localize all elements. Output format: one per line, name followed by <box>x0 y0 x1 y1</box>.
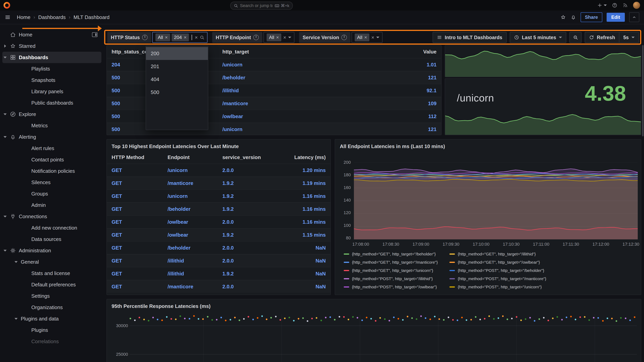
info-icon[interactable] <box>342 35 347 40</box>
edit-button[interactable]: Edit <box>606 13 625 22</box>
chevron-down-icon[interactable] <box>376 37 379 38</box>
sidebar-item[interactable]: Settings <box>2 290 102 302</box>
alerts-button[interactable] <box>570 14 576 20</box>
chip-remove-icon[interactable] <box>364 35 367 40</box>
sidebar-item[interactable]: Organizations <box>2 302 102 313</box>
chevron-down-icon[interactable] <box>288 37 291 38</box>
cell-version[interactable]: 1.9.2 <box>222 232 280 238</box>
filter-chip[interactable]: 204 <box>172 34 189 41</box>
chip-remove-icon[interactable] <box>184 35 186 40</box>
chevron-icon[interactable] <box>3 112 7 116</box>
clear-icon[interactable] <box>371 35 374 40</box>
sidebar-item[interactable]: Stats and license <box>2 268 102 279</box>
clear-icon[interactable] <box>195 35 198 40</box>
sidebar-item[interactable]: Correlations <box>2 336 102 347</box>
cell-method[interactable]: GET <box>112 271 168 277</box>
cell-version[interactable]: 2.0.0 <box>222 219 280 225</box>
sidebar-item[interactable]: General <box>2 256 102 268</box>
grafana-logo-icon[interactable] <box>4 2 10 9</box>
cell-endpoint[interactable]: /beholder <box>168 206 222 212</box>
clear-icon[interactable] <box>283 35 286 40</box>
column-header[interactable]: http_target <box>222 49 394 55</box>
cell-method[interactable]: GET <box>112 245 168 251</box>
breadcrumb-home[interactable]: Home <box>17 14 30 20</box>
panel-title[interactable]: 95th Percentile Response Latencies (ms) <box>107 299 641 311</box>
sidebar-item[interactable]: Notification policies <box>2 165 102 177</box>
sidebar-item[interactable]: Library panels <box>2 86 102 97</box>
legend-item[interactable]: {http_method="POST", http_target="/owlbe… <box>344 283 438 291</box>
panel-title[interactable]: Top 10 Highest Endpoint Latencies Over L… <box>107 140 330 151</box>
cell-method[interactable]: GET <box>112 258 168 264</box>
legend-item[interactable]: {http_method="GET", http_target="/behold… <box>344 250 438 258</box>
search-input[interactable] <box>240 3 272 8</box>
sidebar-item[interactable]: Alerting <box>2 131 102 143</box>
sidebar-item[interactable]: Metrics <box>2 120 102 131</box>
cell-method[interactable]: GET <box>112 206 168 212</box>
panel-title[interactable]: All Endpoint Latencies in ms (Last 10 mi… <box>335 140 641 151</box>
dropdown-option[interactable]: 500 <box>146 86 208 99</box>
chevron-icon[interactable] <box>3 44 7 48</box>
dock-menu-icon[interactable] <box>92 32 98 37</box>
filter-chip[interactable]: All <box>266 34 281 41</box>
table-row[interactable]: GET /owlbear 2.0.0 1.16 mins <box>107 215 330 228</box>
cell-version[interactable]: 1.9.2 <box>222 193 280 199</box>
cell-method[interactable]: GET <box>112 232 168 238</box>
legend-item[interactable]: {http_method="GET", http_target="/owlbea… <box>450 258 546 266</box>
column-header[interactable]: Value <box>394 49 436 55</box>
sidebar-item[interactable]: Alert rules <box>2 143 102 154</box>
cell-endpoint[interactable]: /owlbear <box>168 219 222 225</box>
cell-method[interactable]: GET <box>112 167 168 173</box>
cell-endpoint[interactable]: /illithid <box>168 258 222 264</box>
cell-endpoint[interactable]: /owlbear <box>168 232 222 238</box>
scatter-plot-area[interactable] <box>130 313 636 325</box>
info-icon[interactable] <box>142 35 148 40</box>
time-range-picker[interactable]: Last 5 minutes <box>510 32 566 43</box>
column-header[interactable]: HTTP Method <box>112 154 168 160</box>
global-search[interactable]: ⌘+k <box>230 2 293 10</box>
cell-http-target[interactable]: /owlbear <box>222 113 394 120</box>
cell-http-target[interactable]: /unicorn <box>222 62 394 68</box>
kiosk-toggle-button[interactable] <box>629 12 639 22</box>
cell-method[interactable]: GET <box>112 193 168 199</box>
sidebar-item[interactable]: Explore <box>2 109 102 120</box>
http-status-value-box[interactable]: All 204 <box>152 32 208 43</box>
mega-menu-toggle[interactable] <box>5 14 10 20</box>
legend-item[interactable]: {http_method="GET", http_target="/unicor… <box>344 266 438 275</box>
table-row[interactable]: GET /manticore 2.0.0 NaN <box>107 280 330 293</box>
chip-remove-icon[interactable] <box>165 35 168 40</box>
sidebar-item[interactable]: Plugins <box>2 324 102 336</box>
filter-chip[interactable]: All <box>355 34 369 41</box>
sidebar-item[interactable]: Data sources <box>2 233 102 245</box>
table-row[interactable]: GET /owlbear 1.9.2 1.15 mins <box>107 228 330 241</box>
sidebar-item[interactable]: Playlists <box>2 63 102 75</box>
cell-version[interactable]: 2.0.0 <box>222 245 280 251</box>
sidebar-item[interactable]: Admin <box>2 199 102 211</box>
sidebar-item[interactable]: Administration <box>2 245 102 256</box>
table-row[interactable]: GET /beholder 2.0.0 NaN <box>107 241 330 254</box>
sidebar-item[interactable]: Plugins and data <box>2 313 102 324</box>
chevron-icon[interactable] <box>3 249 7 252</box>
table-row[interactable]: GET /unicorn 1.9.2 1.16 mins <box>107 189 330 202</box>
cell-endpoint[interactable]: /manticore <box>168 284 222 290</box>
breadcrumb-dashboards[interactable]: Dashboards <box>38 14 66 20</box>
chevron-icon[interactable] <box>3 135 7 139</box>
cell-endpoint[interactable]: /illithid <box>168 271 222 277</box>
cell-method[interactable]: GET <box>112 284 168 290</box>
legend-item[interactable]: {http_method="GET", http_target="/mantic… <box>344 258 438 266</box>
legend-item[interactable]: {http_method="POST", http_target="/illit… <box>344 275 438 283</box>
news-button[interactable] <box>622 3 628 8</box>
column-header[interactable]: Latency (ms) <box>280 154 326 160</box>
chip-remove-icon[interactable] <box>276 35 279 40</box>
legend-item[interactable]: {http_method="GET", http_target="/illith… <box>450 250 546 258</box>
cell-version[interactable]: 1.9.2 <box>222 271 280 277</box>
dropdown-option[interactable]: 201 <box>146 60 208 73</box>
cell-version[interactable]: 2.0.0 <box>222 284 280 290</box>
legend-item[interactable]: {http_method="POST", http_target="/behol… <box>450 266 546 275</box>
cell-endpoint[interactable]: /manticore <box>168 180 222 186</box>
refresh-interval-dropdown[interactable]: 5s <box>619 32 638 43</box>
scrollbar[interactable] <box>642 45 644 136</box>
table-row[interactable]: GET /illithid 1.9.2 NaN <box>107 267 330 280</box>
cell-version[interactable]: 1.9.2 <box>222 180 280 186</box>
sidebar-item[interactable]: Add new connection <box>2 222 102 233</box>
cell-version[interactable]: 1.9.2 <box>222 206 280 212</box>
